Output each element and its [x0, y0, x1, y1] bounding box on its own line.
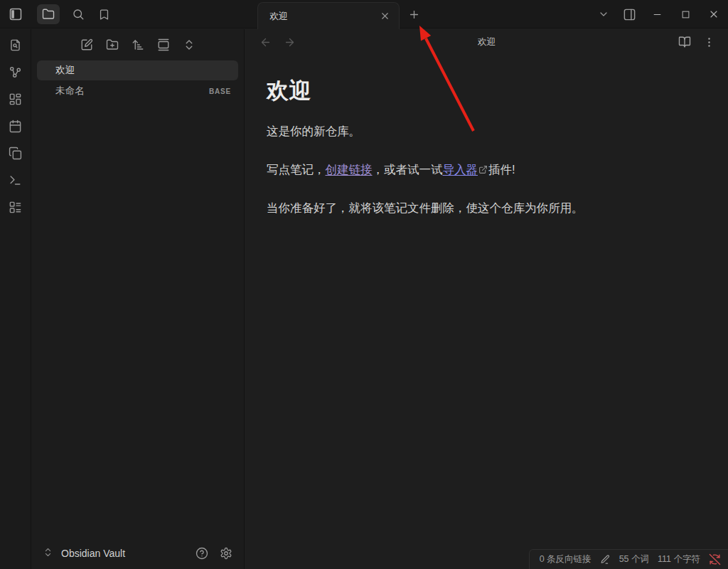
create-link-internal-link[interactable]: 创建链接 [326, 163, 373, 176]
new-tab-button[interactable] [405, 6, 422, 23]
file-name: 未命名 [55, 85, 85, 97]
note-tab[interactable]: 欢迎 [257, 2, 400, 29]
plus-icon [408, 9, 420, 21]
new-folder-button[interactable] [103, 36, 122, 53]
note-content[interactable]: 欢迎 这是你的新仓库。 写点笔记，创建链接，或者试一试导入器插件! 当你准备好了… [245, 55, 728, 217]
note-paragraph-1: 这是你的新仓库。 [267, 123, 700, 140]
bookmark-icon [98, 9, 110, 21]
graph-icon [9, 65, 22, 79]
ribbon-graph-view-button[interactable] [6, 63, 26, 80]
status-bar: 0 条反向链接 55 个词 111 个字符 [529, 549, 728, 569]
search-tab-button[interactable] [67, 4, 90, 24]
chevrons-up-down-icon [183, 38, 196, 51]
tab-close-button[interactable] [376, 8, 393, 25]
layout-list-icon [9, 201, 22, 214]
p2-text: 插件! [488, 163, 515, 176]
square-pen-icon [80, 38, 93, 51]
character-count[interactable]: 111 个字符 [658, 553, 700, 565]
file-name: 欢迎 [55, 64, 75, 77]
reading-view-button[interactable] [675, 33, 694, 50]
minimize-icon [652, 9, 663, 20]
ribbon [0, 29, 31, 569]
tab-title: 欢迎 [269, 10, 376, 23]
ribbon-daily-note-button[interactable] [6, 117, 26, 134]
help-circle-icon [196, 547, 208, 560]
ribbon-new-base-button[interactable] [6, 198, 26, 216]
file-search-icon [9, 38, 22, 52]
terminal-icon [9, 174, 22, 187]
layout-dashboard-icon [9, 92, 22, 106]
copy-icon [9, 147, 22, 160]
new-note-button[interactable] [77, 36, 96, 53]
p2-text: ，或者试一试 [373, 163, 443, 176]
maximize-button[interactable] [671, 0, 700, 28]
close-window-button[interactable] [700, 0, 728, 28]
view-header-title: 欢迎 [245, 36, 728, 48]
minimize-button[interactable] [643, 0, 671, 28]
collapse-all-button[interactable] [180, 36, 198, 53]
word-count[interactable]: 55 个词 [619, 553, 649, 565]
calendar-icon [9, 119, 22, 133]
vault-switcher-button[interactable] [43, 547, 55, 560]
titlebar: 欢迎 [0, 0, 728, 28]
bookmarks-tab-button[interactable] [92, 4, 115, 24]
file-item-welcome[interactable]: 欢迎 [37, 60, 238, 80]
view-header: 欢迎 [245, 29, 728, 55]
sort-order-button[interactable] [129, 36, 147, 53]
more-options-button[interactable] [700, 33, 718, 50]
close-icon [380, 11, 390, 21]
folder-plus-icon [106, 38, 119, 51]
vertical-dots-icon [703, 36, 715, 48]
file-explorer-sidebar: 欢迎 未命名 BASE Obsidian Vault [31, 29, 245, 569]
files-tab-button[interactable] [37, 4, 60, 24]
help-button[interactable] [193, 545, 211, 562]
note-paragraph-3: 当你准备好了，就将该笔记文件删除，使这个仓库为你所用。 [267, 200, 700, 217]
sort-icon [132, 38, 144, 51]
file-item-untitled-base[interactable]: 未命名 BASE [37, 81, 238, 101]
search-icon [72, 8, 85, 21]
obsidian-window: 欢迎 [0, 0, 728, 569]
vault-bar: Obsidian Vault [31, 538, 244, 569]
navigate-forward-button[interactable] [281, 33, 298, 50]
ribbon-insert-template-button[interactable] [6, 144, 26, 161]
gear-icon [220, 547, 232, 560]
left-sidebar-toggle-button[interactable] [8, 6, 23, 22]
file-explorer-toolbar [31, 29, 244, 58]
chevron-down-icon [598, 9, 609, 20]
backlinks-count[interactable]: 0 条反向链接 [540, 553, 592, 565]
right-sidebar-toggle-button[interactable] [616, 0, 643, 28]
navigate-back-button[interactable] [257, 33, 274, 50]
importer-external-link[interactable]: 导入器 [443, 163, 478, 176]
chevrons-up-down-icon [43, 547, 53, 558]
ribbon-command-palette-button[interactable] [6, 171, 26, 188]
vault-name[interactable]: Obsidian Vault [61, 548, 187, 559]
file-type-badge: BASE [209, 87, 231, 95]
arrow-left-icon [259, 36, 272, 48]
file-list: 欢迎 未命名 BASE [31, 58, 244, 538]
folder-icon [42, 8, 55, 21]
external-link-icon [478, 165, 488, 174]
editor-pane: 欢迎 欢迎 这是你的新仓库。 写点笔记，创建链接，或者试一试导入器插件! [245, 29, 728, 569]
arrow-right-icon [284, 36, 296, 48]
close-icon [708, 9, 719, 20]
ribbon-file-search-button[interactable] [6, 36, 26, 53]
window-controls [592, 0, 728, 28]
p2-text: 写点笔记， [267, 163, 326, 176]
sync-off-icon[interactable] [709, 553, 721, 565]
settings-button[interactable] [217, 545, 235, 562]
panel-left-icon [9, 7, 23, 21]
book-open-icon [678, 36, 691, 48]
panel-right-icon [623, 8, 636, 21]
note-paragraph-2: 写点笔记，创建链接，或者试一试导入器插件! [267, 161, 700, 179]
edit-mode-pencil-icon[interactable] [600, 554, 611, 565]
note-heading: 欢迎 [267, 76, 700, 106]
gallery-vertical-button[interactable] [154, 36, 173, 53]
gallery-vertical-icon [157, 38, 170, 51]
tab-list-button[interactable] [592, 0, 616, 28]
maximize-icon [680, 9, 691, 20]
ribbon-canvas-button[interactable] [6, 90, 26, 107]
